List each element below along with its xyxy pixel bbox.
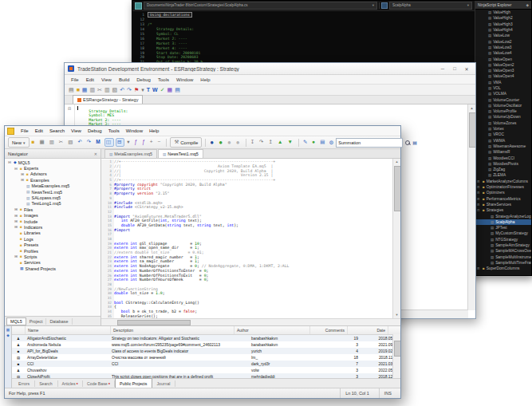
expander-icon[interactable]: ⊞ xyxy=(477,191,481,195)
scrollbar-thumb[interactable] xyxy=(469,112,475,148)
table-row[interactable]: ♟ Andromeda Nebula www.mql5.com/en/forum… xyxy=(12,341,400,348)
expander-icon[interactable]: ⊟ xyxy=(14,167,18,171)
expander-icon[interactable]: ⊞ xyxy=(14,225,18,229)
menu-item[interactable]: View xyxy=(68,128,85,133)
menu-item[interactable]: File xyxy=(18,128,32,133)
explorer-item[interactable]: ▤ ZigZag xyxy=(475,167,531,172)
toolbar-icon[interactable]: ↶ xyxy=(120,87,124,93)
explorer-item[interactable]: ▤ ValueHigh3 xyxy=(475,22,531,27)
expander-icon[interactable]: ⊞ xyxy=(14,254,18,258)
tree-item[interactable]: ⊞ ■ Indicators xyxy=(5,224,100,230)
toolbar-icon[interactable]: ▥ xyxy=(89,87,95,93)
document-tab[interactable]: ESRangeStrategy - Strategy xyxy=(73,95,143,104)
explorer-item[interactable]: ▤ VolumeCounter xyxy=(475,97,531,102)
toolbar-icon[interactable]: ● xyxy=(209,139,216,147)
menu-item[interactable]: Edit xyxy=(83,77,97,82)
bottom-tab[interactable]: Search xyxy=(35,380,57,387)
explorer-item[interactable]: ▤ VOLMA xyxy=(475,91,531,97)
explorer-item[interactable]: ▤ Vortex xyxy=(475,126,531,132)
toolbar-icon[interactable]: ◫ xyxy=(104,138,114,147)
fold-icon[interactable]: ⊟ xyxy=(68,106,71,111)
expander-icon[interactable]: ⊞ xyxy=(477,266,481,270)
toolbar-icon[interactable]: ▤ xyxy=(69,87,74,93)
toolbar-icon[interactable]: ▦ xyxy=(38,139,46,146)
header-name[interactable]: Name xyxy=(26,326,111,334)
menu-item[interactable]: Build xyxy=(116,77,132,82)
tree-item[interactable]: ■ Presets xyxy=(5,242,100,247)
toolbar-icon[interactable]: ⊟ xyxy=(116,138,124,147)
minimize-button[interactable]: ─ xyxy=(437,65,448,73)
menu-item[interactable]: Help xyxy=(197,77,213,82)
member-combo[interactable]: ScalpAlpha ▾ xyxy=(389,2,472,10)
toolbar-icon[interactable]: ● xyxy=(311,139,317,146)
menu-item[interactable]: Window xyxy=(173,77,196,82)
toolbar-icon[interactable]: ↶ xyxy=(77,139,84,146)
menu-item[interactable]: File xyxy=(68,77,82,82)
explorer-item[interactable]: ▤ NTGStrategy xyxy=(475,237,531,242)
table-scrollbar[interactable] xyxy=(392,334,400,378)
code-editor[interactable]: 1 //+-----------------------------------… xyxy=(101,159,400,318)
scrollbar-thumb[interactable] xyxy=(117,320,191,325)
explorer-item[interactable]: ⊞ ■ PerformanceMetrics xyxy=(475,196,531,202)
explorer-item[interactable]: ▤ VROC xyxy=(475,132,531,137)
toolbar-icon[interactable]: ✓ xyxy=(160,87,165,93)
menu-item[interactable]: Tools xyxy=(105,128,123,133)
expander-icon[interactable]: ⊟ xyxy=(7,160,12,164)
explorer-item[interactable]: ▤ ScalpAlpha xyxy=(475,219,531,225)
navigator-tab[interactable]: MQL5 xyxy=(6,317,26,325)
table-row[interactable]: ♟ Chuvashov volw 3 2022.05.10 xyxy=(12,367,400,373)
tree-item[interactable]: ▤ SALopass.mq5 xyxy=(5,195,100,200)
gear-icon[interactable]: ⚙ xyxy=(329,140,333,146)
navigator-header[interactable]: Navigator ✕ xyxy=(5,149,100,159)
bottom-tab[interactable]: Errors xyxy=(14,380,35,387)
toolbar-icon[interactable]: ƒ xyxy=(134,139,140,146)
explorer-item[interactable]: ▤ VolumeProfile xyxy=(475,108,531,114)
toolbar-icon[interactable]: W xyxy=(152,87,158,93)
explorer-item[interactable]: ▤ SampleMACrossOver xyxy=(475,248,531,254)
toolbar-icon[interactable]: ▦ xyxy=(82,87,88,93)
scrollbar-thumb[interactable] xyxy=(394,166,400,211)
toolbar-icon[interactable]: ↧ xyxy=(250,139,257,146)
document-tab[interactable]: ▤ MetaExamples.mq5 xyxy=(104,149,157,158)
tree-item[interactable]: ⊞ ■ Include xyxy=(5,219,100,224)
close-button[interactable]: ✕ xyxy=(461,65,472,73)
expander-icon[interactable]: ⊞ xyxy=(14,219,18,223)
explorer-item[interactable]: ▤ JPTest xyxy=(475,225,531,231)
toolbar-icon[interactable]: ƒ xyxy=(141,139,148,146)
scrollbar-thumb[interactable] xyxy=(394,341,400,357)
tree-item[interactable]: ⊞ ■ Examples xyxy=(5,177,100,183)
scroll-down-icon[interactable]: ▼ xyxy=(393,312,400,318)
explorer-item[interactable]: ▤ WilliamsR xyxy=(475,149,531,155)
toolbar-icon[interactable]: ⚑ xyxy=(134,87,139,93)
tree-item[interactable]: ■ Profiles xyxy=(5,248,100,254)
toolbar-icon[interactable] xyxy=(205,139,206,147)
expander-icon[interactable]: ⊞ xyxy=(20,172,25,176)
explorer-item[interactable]: ▤ ValueLow2 xyxy=(475,38,531,44)
tree-item[interactable]: ⊞ ■ Scripts xyxy=(5,254,100,259)
toolbar-icon[interactable]: ⚒ Compile xyxy=(170,137,202,148)
tree-item[interactable]: ▤ MetaExamples.mq5 xyxy=(5,183,100,189)
explorer-item[interactable]: ▤ VWMA xyxy=(475,138,531,144)
toolbar-icon[interactable]: ● xyxy=(235,139,242,147)
table-row[interactable]: ■ CCI CCI dark_ryd3r 7 2021.03.28 xyxy=(12,361,400,367)
menu-item[interactable]: Edit xyxy=(32,128,46,133)
toolbar-icon[interactable]: ↥ xyxy=(268,139,275,146)
explorer-item[interactable]: ▤ WoodiesPivots xyxy=(475,161,531,167)
vertical-scrollbar[interactable]: ▲ ▼ xyxy=(392,159,400,318)
table-row[interactable]: ▤ CloseAtProfit This script closes open … xyxy=(12,373,400,378)
header-date[interactable]: Date xyxy=(348,326,388,334)
toolbar-icon[interactable]: ■ xyxy=(31,139,37,146)
explorer-item[interactable]: ▤ ValueLow4 xyxy=(475,50,531,56)
explorer-item[interactable]: ▤ ValueHigh4 xyxy=(475,27,531,33)
tree-item[interactable]: ⊞ ■ Advisors xyxy=(5,171,100,177)
expander-icon[interactable]: ⊟ xyxy=(477,208,481,212)
explorer-item[interactable]: ⊞ ■ Optimizers xyxy=(475,190,531,195)
toolbar-icon[interactable]: ↷ xyxy=(86,139,93,146)
explorer-item[interactable]: ⊞ ■ MarketAnalyzerColumns xyxy=(475,179,531,184)
table-row[interactable]: ♟ AlligatorAndStochastic Strategy on two… xyxy=(12,335,400,341)
explorer-item[interactable]: ▤ VolumeOscillator xyxy=(475,103,531,108)
tree-item[interactable]: ■ Logs xyxy=(5,236,100,242)
maximize-button[interactable]: □ xyxy=(449,65,460,73)
scroll-up-icon[interactable]: ▲ xyxy=(468,104,475,112)
menu-item[interactable]: Help xyxy=(146,128,162,133)
